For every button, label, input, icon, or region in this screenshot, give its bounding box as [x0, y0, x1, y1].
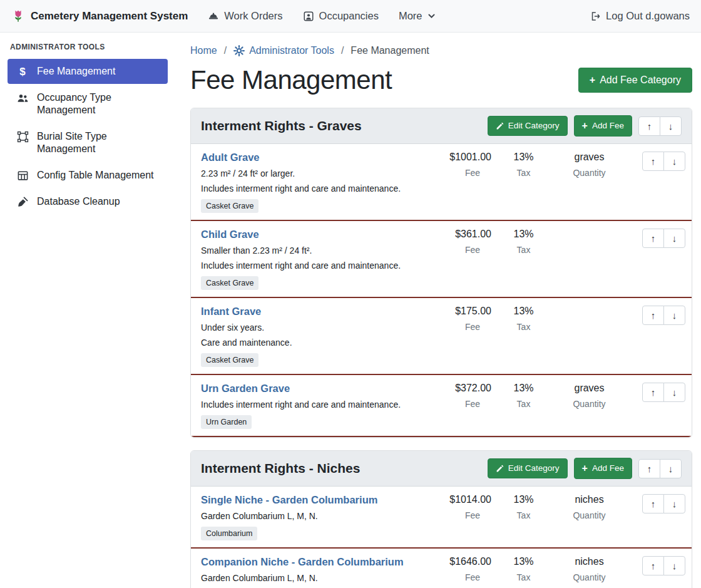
fee-name-link[interactable]: Adult Grave: [201, 152, 260, 163]
move-fee-down-button[interactable]: ↓: [663, 152, 685, 171]
fee-description-line: Garden Columbarium L, M, N.: [201, 511, 417, 521]
fee-type-tag: Casket Grave: [201, 353, 258, 367]
sidebar-item-burial-site-type-management[interactable]: Burial Site Type Management: [8, 124, 168, 162]
fee-name-link[interactable]: Infant Grave: [201, 306, 261, 317]
fee-name-link[interactable]: Child Grave: [201, 229, 259, 240]
edit-category-button[interactable]: Edit Category: [488, 116, 568, 136]
fee-name-link[interactable]: Single Niche - Garden Columbarium: [201, 494, 377, 506]
breadcrumb-separator: /: [341, 45, 344, 56]
add-fee-category-button[interactable]: + Add Fee Category: [578, 68, 692, 93]
top-navbar: Cemetery Management System Work Orders O…: [0, 0, 701, 33]
move-fee-up-button[interactable]: ↑: [642, 556, 664, 575]
fee-tax-label: Tax: [494, 245, 553, 255]
fee-row: Infant Grave Under six years. Care and m…: [191, 298, 692, 375]
move-fee-up-button[interactable]: ↑: [642, 383, 664, 402]
category-title: Interment Rights - Niches: [201, 461, 360, 476]
category-title: Interment Rights - Graves: [201, 118, 362, 133]
fee-tax-label: Tax: [494, 399, 553, 409]
move-fee-down-button[interactable]: ↓: [663, 383, 685, 402]
nav-occupancies-label: Occupancies: [319, 10, 379, 22]
move-category-up-button[interactable]: ↑: [638, 116, 660, 136]
fee-category-card: Interment Rights - Niches Edit Category …: [190, 450, 692, 588]
sidebar-item-label: Config Table Management: [37, 169, 154, 182]
dollar-icon: $: [16, 66, 29, 78]
move-fee-down-button[interactable]: ↓: [663, 556, 685, 575]
breadcrumb: Home /: [190, 45, 692, 56]
sidebar-item-label: Fee Management: [37, 65, 115, 78]
page-title: Fee Management: [190, 65, 392, 95]
fee-amount-label: Fee: [424, 168, 494, 178]
fee-amount-label: Fee: [424, 399, 494, 409]
hard-hat-icon: [208, 11, 219, 22]
fee-amount-label: Fee: [424, 322, 494, 332]
logout-label: Log Out d.gowans: [606, 10, 690, 22]
fee-type-tag: Urn Garden: [201, 415, 252, 429]
move-fee-down-button[interactable]: ↓: [663, 229, 685, 248]
fee-tax-label: Tax: [494, 510, 553, 520]
fee-reorder-group: ↑ ↓: [642, 383, 685, 402]
move-fee-down-button[interactable]: ↓: [663, 494, 685, 513]
fee-reorder-group: ↑ ↓: [642, 494, 685, 513]
fee-quantity-label: Quantity: [553, 510, 625, 520]
fee-name-link[interactable]: Urn Garden Grave: [201, 383, 290, 395]
breadcrumb-separator: /: [224, 45, 227, 56]
fee-category-card: Interment Rights - Graves Edit Category …: [190, 108, 692, 438]
fee-row: Adult Grave 2.23 m² / 24 ft² or larger. …: [191, 144, 692, 221]
fee-amount-label: Fee: [424, 572, 494, 582]
app-brand-link[interactable]: Cemetery Management System: [11, 9, 188, 23]
breadcrumb-admin-tools-link[interactable]: Administrator Tools: [233, 45, 334, 56]
add-fee-label: Add Fee: [592, 121, 624, 130]
sidebar-item-occupancy-type-management[interactable]: Occupancy Type Management: [8, 85, 168, 123]
category-reorder-group: ↑ ↓: [638, 116, 682, 136]
pencil-icon: [496, 465, 504, 473]
move-fee-up-button[interactable]: ↑: [642, 306, 664, 325]
fee-row: Child Grave Smaller than 2.23 m² / 24 ft…: [191, 221, 692, 298]
logout-icon: [590, 11, 601, 22]
fee-description-line: Care and maintenance.: [201, 338, 417, 348]
plus-icon: +: [582, 121, 588, 131]
nav-more[interactable]: More: [399, 10, 436, 22]
fee-description-line: Garden Columbarium L, M, N.: [201, 573, 417, 583]
fee-tax: 13%: [494, 383, 553, 394]
sidebar-item-config-table-management[interactable]: Config Table Management: [8, 163, 168, 188]
sidebar: ADMINISTRATOR TOOLS $ Fee Management Occ…: [0, 33, 175, 588]
sidebar-item-fee-management[interactable]: $ Fee Management: [8, 59, 168, 84]
fee-amount-label: Fee: [424, 510, 494, 520]
fee-amount-label: Fee: [424, 245, 494, 255]
chevron-down-icon: [427, 12, 436, 20]
move-category-down-button[interactable]: ↓: [660, 116, 682, 136]
move-fee-up-button[interactable]: ↑: [642, 494, 664, 513]
occupant-frame-icon: [303, 11, 314, 22]
fee-tax: 13%: [494, 229, 553, 240]
fee-quantity-unit: graves: [553, 383, 625, 394]
fee-amount: $1646.00: [424, 556, 494, 567]
add-fee-category-label: Add Fee Category: [600, 75, 681, 85]
move-category-down-button[interactable]: ↓: [660, 459, 682, 478]
fee-name-link[interactable]: Companion Niche - Garden Columbarium: [201, 556, 404, 568]
sidebar-item-database-cleanup[interactable]: Database Cleanup: [8, 189, 168, 214]
sidebar-item-label: Burial Site Type Management: [37, 130, 160, 155]
add-fee-button[interactable]: + Add Fee: [574, 115, 632, 137]
edit-category-button[interactable]: Edit Category: [488, 458, 568, 478]
add-fee-button[interactable]: + Add Fee: [574, 458, 632, 479]
fee-description-line: Includes interment right and care and ma…: [201, 183, 417, 193]
move-fee-up-button[interactable]: ↑: [642, 229, 664, 248]
gear-icon: [233, 45, 245, 56]
fee-description-line: 2.23 m² / 24 ft² or larger.: [201, 168, 417, 178]
move-category-up-button[interactable]: ↑: [638, 459, 660, 478]
fee-description-line: Smaller than 2.23 m² / 24 ft².: [201, 245, 417, 255]
breadcrumb-home-link[interactable]: Home: [190, 45, 217, 56]
move-fee-down-button[interactable]: ↓: [663, 306, 685, 325]
nav-occupancies[interactable]: Occupancies: [303, 10, 379, 22]
category-header: Interment Rights - Niches Edit Category …: [191, 451, 692, 487]
fee-amount: $175.00: [424, 306, 494, 317]
table-icon: [16, 170, 29, 182]
move-fee-up-button[interactable]: ↑: [642, 152, 664, 171]
fee-row: Urn Garden Grave Includes interment righ…: [191, 375, 692, 437]
fee-quantity-label: Quantity: [553, 399, 625, 409]
fee-tax: 13%: [494, 152, 553, 163]
fee-tax: 13%: [494, 494, 553, 505]
nav-work-orders[interactable]: Work Orders: [208, 10, 282, 22]
fee-reorder-group: ↑ ↓: [642, 229, 685, 248]
logout-link[interactable]: Log Out d.gowans: [590, 10, 690, 22]
